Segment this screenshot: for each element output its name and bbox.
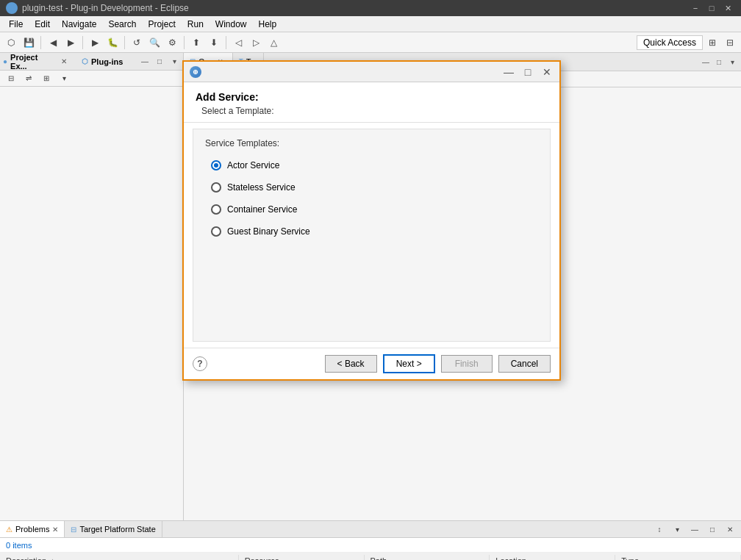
dialog-maximize[interactable]: □ [521,66,534,78]
dialog-footer: ? < Back Next > Finish Cancel [184,348,559,379]
toolbar-perspective2[interactable]: ⊟ [722,35,738,51]
left-panel-header: ● Project Ex... ✕ ⬡ Plug-ins — □ ▾ [0,53,183,71]
right-panel-menu[interactable]: ▾ [726,56,738,68]
radio-guest-binary-label: Guest Binary Service [227,226,310,237]
toolbar-run[interactable]: ▶ [87,35,103,51]
toolbar-forward[interactable]: ▶ [62,35,79,51]
panel-toolbar-btn[interactable]: ⊞ [38,71,54,87]
menu-search[interactable]: Search [102,18,142,31]
radio-stateless-label: Stateless Service [227,182,296,193]
panel-toolbar-btn2[interactable]: ▾ [56,71,72,87]
problems-col-resource: Resource [239,555,365,561]
radio-guest-binary-input[interactable] [211,226,221,237]
toolbar-sep-1 [40,36,41,49]
dialog-header-subtitle: Select a Template: [196,106,548,116]
panel-maximize[interactable]: □ [154,56,165,68]
radio-actor-input[interactable] [211,160,221,170]
bottom-tabs-bar: ⚠ Problems ✕ ⊟ Target Platform State ↕ ▾… [0,520,741,538]
radio-stateless-service[interactable]: Stateless Service [211,182,532,193]
link-editor[interactable]: ⇌ [21,71,37,87]
problems-col-location: Location [490,555,615,561]
toolbar-new[interactable]: ⬡ [3,35,19,51]
problems-panel: 0 items Description ▲ Resource Path Loca… [0,538,741,560]
dialog-help-button[interactable]: ? [193,356,207,371]
problems-count: 0 items [6,541,32,550]
title-bar: plugin-test - Plug-in Development - Ecli… [0,0,741,16]
dialog-minimize[interactable]: — [502,66,515,78]
dialog-icon-symbol: ⊕ [193,68,198,76]
bottom-tab-controls: ↕ ▾ — □ ✕ [651,521,741,537]
right-panel-maximize[interactable]: □ [713,56,725,68]
problems-filter[interactable]: ▾ [669,521,685,537]
target-platform-tab[interactable]: ⊟ Target Platform State [65,521,162,537]
dialog-next-button[interactable]: Next > [383,354,435,373]
toolbar-nav-back[interactable]: ◁ [230,35,246,51]
problems-header: Description ▲ Resource Path Location Typ… [0,553,741,560]
title-bar-controls: − □ ✕ [688,2,735,14]
toolbar-nav-up[interactable]: △ [265,35,282,51]
menu-file[interactable]: File [3,18,29,31]
dialog-back-button[interactable]: < Back [325,355,377,373]
problems-status: 0 items [0,538,741,553]
window-title: plugin-test - Plug-in Development - Ecli… [22,3,189,13]
toolbar-settings[interactable]: ⚙ [164,35,180,51]
right-panel-minimize[interactable]: — [700,56,712,68]
dialog-cancel-button[interactable]: Cancel [498,355,551,373]
toolbar-search[interactable]: 🔍 [146,35,162,51]
left-panel-toolbar: ⊟ ⇌ ⊞ ▾ [0,71,183,87]
project-explorer-close[interactable]: ✕ [58,56,70,68]
radio-stateless-input[interactable] [211,182,221,193]
dialog-icon: ⊕ [190,66,201,78]
toolbar-sep-5 [226,36,226,49]
quick-access-button[interactable]: Quick Access [637,35,703,50]
menu-navigate[interactable]: Navigate [56,18,102,31]
target-platform-tab-label: Target Platform State [79,525,155,534]
menu-project[interactable]: Project [142,18,181,31]
problems-tab-label: Problems [15,525,49,534]
close-button[interactable]: ✕ [720,2,735,14]
toolbar: ⬡ 💾 ◀ ▶ ▶ 🐛 ↺ 🔍 ⚙ ⬆ ⬇ ◁ ▷ △ Quick Access… [0,32,741,53]
menu-help[interactable]: Help [253,18,283,31]
radio-container-service[interactable]: Container Service [211,204,532,215]
toolbar-refresh[interactable]: ↺ [129,35,145,51]
dialog-content-title: Service Templates: [205,138,538,148]
problems-col-description: Description ▲ [0,555,239,561]
panel-menu[interactable]: ▾ [168,56,180,68]
toolbar-nav-forward[interactable]: ▷ [248,35,264,51]
panel-minimize[interactable]: — [139,56,151,68]
toolbar-save[interactable]: 💾 [21,35,37,51]
problems-col-path: Path [365,555,490,561]
toolbar-perspective[interactable]: ⊞ [704,35,720,51]
menu-run[interactable]: Run [182,18,210,31]
toolbar-prev-annotation[interactable]: ⬆ [188,35,204,51]
toolbar-sep-3 [124,36,125,49]
dialog-close[interactable]: ✕ [540,66,554,78]
dialog-finish-button[interactable]: Finish [441,355,493,373]
problems-tab[interactable]: ⚠ Problems ✕ [0,521,65,537]
collapse-all[interactable]: ⊟ [3,71,19,87]
menu-window[interactable]: Window [210,18,253,31]
minimize-button[interactable]: − [688,2,703,14]
plugins-tab[interactable]: Plug-ins [91,57,136,66]
radio-actor-label: Actor Service [227,160,279,170]
radio-actor-service[interactable]: Actor Service [211,160,532,170]
toolbar-back[interactable]: ◀ [45,35,61,51]
problems-maximize[interactable]: □ [704,521,720,537]
problems-sort[interactable]: ↕ [651,521,667,537]
title-bar-left: plugin-test - Plug-in Development - Ecli… [6,2,189,14]
toolbar-next-annotation[interactable]: ⬇ [206,35,222,51]
toolbar-debug[interactable]: 🐛 [104,35,121,51]
left-panel-content [0,87,183,520]
dialog-content: Service Templates: Actor Service Statele… [193,129,551,342]
radio-container-input[interactable] [211,204,221,215]
add-service-dialog: ⊕ — □ ✕ Add Service: Select a Template: … [182,60,561,381]
problems-minimize[interactable]: — [687,521,703,537]
maximize-button[interactable]: □ [704,2,719,14]
eclipse-icon [6,2,18,14]
problems-close[interactable]: ✕ [722,521,738,537]
project-explorer-tab[interactable]: Project Ex... [10,53,55,71]
dialog-header: Add Service: Select a Template: [184,82,559,123]
radio-group: Actor Service Stateless Service Containe… [205,157,538,240]
menu-edit[interactable]: Edit [29,18,56,31]
radio-guest-binary-service[interactable]: Guest Binary Service [211,226,532,237]
